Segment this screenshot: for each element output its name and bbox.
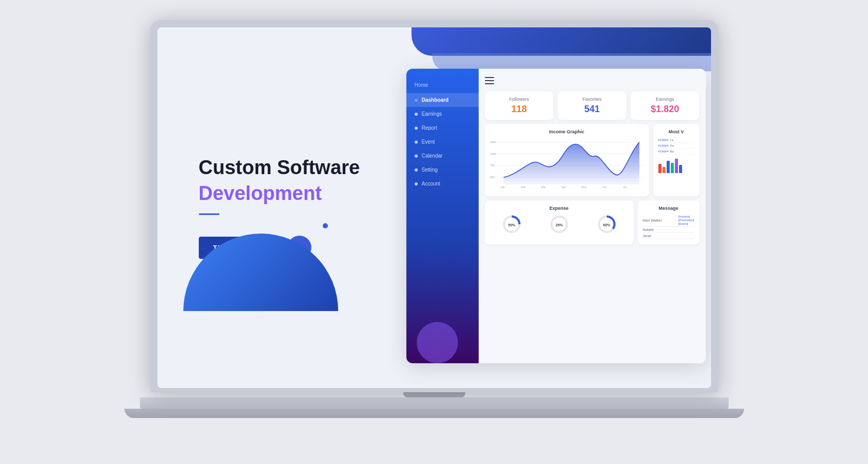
sidebar-item-calendar[interactable]: Calendar [406,149,479,163]
donut-svg-25: 25% [549,214,570,235]
hamburger-line-1 [485,77,494,78]
sidebar-dot [415,141,418,144]
dashboard-header [485,75,700,86]
svg-text:50%: 50% [508,223,515,227]
laptop-wrapper: Custom Software Development TRY TO FREE [124,20,744,444]
most-item-2: #19004 Pa [658,143,695,149]
earnings-label: Earnings [637,97,693,102]
income-chart-card: Income Graphic 1250 1000 [485,124,649,196]
donut-50: 50% [501,214,522,235]
most-id-3: #19004 [658,150,669,153]
expense-card: Expense 50% [485,200,634,244]
sidebar-label-report: Report [422,125,437,131]
laptop-notch [403,392,465,397]
sidebar-item-earnings[interactable]: Earnings [406,107,479,121]
sidebar-dot [415,182,418,185]
sidebar-circle-decoration [417,322,458,363]
followers-value: 118 [491,104,547,115]
sidebar-item-account[interactable]: Account [406,177,479,191]
laptop-screen-outer: Custom Software Development TRY TO FREE [150,20,718,392]
svg-text:Apr: Apr [561,185,565,189]
most-col-2: Pa [670,144,674,147]
hero-divider [199,213,219,215]
hamburger-icon[interactable] [485,77,494,84]
dashboard-window: Home Dashboard Earnings Re [406,69,706,363]
most-visited-card: Most V #19004 La #19004 Pa [653,124,700,196]
most-col-1: La [670,138,674,142]
sidebar-item-dashboard[interactable]: Dashboard [406,93,479,107]
stat-card-earnings: Earnings $1.820 [630,91,699,120]
message-item-3: Janel [643,233,695,239]
message-name-2: Natalie [643,228,654,231]
svg-text:Jun: Jun [602,185,606,189]
laptop-screen: Custom Software Development TRY TO FREE [157,27,711,388]
sidebar-label-event: Event [422,139,435,145]
sidebar-label-calendar: Calendar [422,153,443,159]
sidebar-label-earnings: Earnings [422,111,442,117]
sidebar-label-dashboard: Dashboard [422,97,449,103]
bottom-row: Expense 50% [485,200,700,244]
sidebar-dot [415,127,418,130]
donut-svg-50: 50% [501,214,522,235]
donut-25: 25% [549,214,570,235]
message-title: Message [643,206,695,211]
message-tags-1: [Invoice] [Promotion] [Event] [678,215,695,225]
message-name-1: Alan Walker [643,219,662,222]
stat-card-favorites: Favorites 541 [558,91,626,120]
sidebar-dot [415,154,418,158]
hero-title-line1: Custom Software [199,156,431,180]
sidebar-label-account: Account [422,181,440,187]
tag-invoice: [Invoice] [678,215,695,218]
most-id-2: #19004 [658,144,669,147]
message-name-3: Janel [643,234,652,238]
most-item-3: #19004 Ba [658,149,695,154]
svg-text:1000: 1000 [490,152,496,156]
income-chart-title: Income Graphic [490,129,644,134]
charts-row: Income Graphic 1250 1000 [485,124,700,196]
laptop-base [140,397,729,409]
most-visited-title: Most V [658,129,695,134]
most-item-1: #19004 La [658,137,695,143]
donut-svg-60: 60% [596,214,617,235]
most-col-3: Ba [670,150,674,153]
message-list: Alan Walker [Invoice] [Promotion] [Event… [643,214,695,239]
expense-title: Expense [490,206,628,211]
message-item-2: Natalie [643,227,695,233]
sidebar-item-setting[interactable]: Setting [406,163,479,177]
svg-text:1250: 1250 [490,141,496,144]
dot-decoration-1 [323,223,328,228]
hero-title-line2: Development [199,182,431,206]
most-id-1: #19004 [658,138,669,142]
donut-row: 50% 25% [490,214,628,235]
bar-5 [675,159,678,173]
followers-label: Followers [491,97,547,102]
sidebar-home-label: Home [406,79,479,91]
blue-bar-top [412,27,711,56]
sidebar-item-event[interactable]: Event [406,135,479,149]
income-chart-svg: 1250 1000 750 500 [490,137,644,189]
donut-60: 60% [596,214,617,235]
svg-text:May: May [581,185,587,189]
sidebar-dot [415,99,418,102]
stats-row: Followers 118 Favorites 541 Earnings $1.… [485,91,700,120]
svg-text:500: 500 [490,176,495,179]
bar-2 [662,167,666,173]
svg-text:60%: 60% [603,223,610,227]
svg-text:Feb: Feb [520,185,525,189]
svg-text:Jan: Jan [500,185,504,189]
dashboard-main: Followers 118 Favorites 541 Earnings $1.… [479,69,706,363]
svg-text:Jul: Jul [623,185,626,189]
laptop-base-bottom [124,409,744,418]
tag-event: [Event] [678,222,695,225]
earnings-value: $1.820 [637,104,693,115]
hamburger-line-2 [485,80,494,81]
favorites-label: Favorites [564,97,620,102]
message-item-1: Alan Walker [Invoice] [Promotion] [Event… [643,214,695,227]
sidebar-item-report[interactable]: Report [406,121,479,135]
hamburger-line-3 [485,83,494,84]
svg-text:750: 750 [490,164,495,167]
bar-3 [667,161,670,173]
bar-1 [658,164,661,173]
favorites-value: 541 [564,104,620,115]
sidebar-dot [415,113,418,116]
